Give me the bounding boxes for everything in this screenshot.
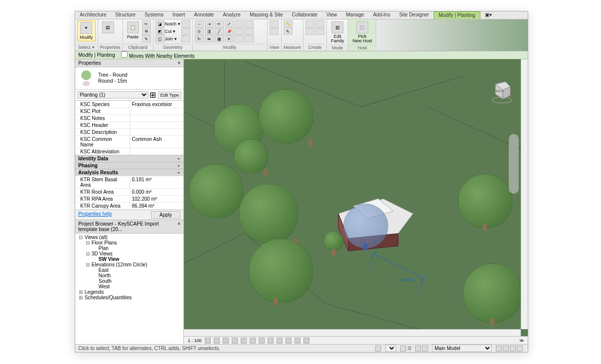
sb-worksets[interactable] xyxy=(375,346,381,352)
sb-filter-2[interactable] xyxy=(503,346,509,352)
viewcube[interactable]: BACK xyxy=(488,79,513,104)
vb-render[interactable] xyxy=(241,338,247,344)
mod-extra-1[interactable] xyxy=(235,20,244,27)
prop-row[interactable]: KSC Abbreviation xyxy=(75,148,183,155)
sb-exclude[interactable] xyxy=(400,346,406,352)
mod-extra-4[interactable] xyxy=(245,20,254,27)
properties-grid[interactable]: KSC SpeciesFraxinus excelsiorKSC PlotKSC… xyxy=(75,101,183,210)
tab-manage[interactable]: Manage xyxy=(341,11,368,19)
tab-analyze[interactable]: Analyze xyxy=(218,11,245,19)
tab-modify-planting[interactable]: Modify | Planting xyxy=(434,11,480,19)
rotate-button[interactable]: ↻ xyxy=(195,35,204,42)
navigation-bar[interactable] xyxy=(509,134,519,194)
tree-node[interactable]: ⊞ Schedules/Quantities xyxy=(76,295,182,300)
vb-crop[interactable] xyxy=(250,338,256,344)
prop-group-header[interactable]: Phasing⌄ xyxy=(75,162,183,169)
viewport-scrollbar-h[interactable] xyxy=(184,329,521,336)
tree-node[interactable]: ⊟ Elevations (12mm Circle) xyxy=(76,262,182,267)
vb-lock[interactable] xyxy=(268,338,274,344)
sb-filter-4[interactable] xyxy=(517,346,523,352)
trim-button[interactable]: ✂ xyxy=(215,20,224,27)
create-btn-3[interactable] xyxy=(315,20,324,27)
mod-extra-3[interactable] xyxy=(235,35,244,42)
measure-btn-2[interactable]: ✎ xyxy=(284,28,293,35)
tab-annotate[interactable]: Annotate xyxy=(189,11,218,19)
dimension-value[interactable]: 11000.0 xyxy=(398,277,415,282)
viewport-scrollbar-v[interactable] xyxy=(521,59,528,329)
tree-node[interactable]: West xyxy=(76,284,182,289)
geom-extra-1[interactable] xyxy=(181,20,190,27)
properties-button[interactable]: ▤ xyxy=(100,20,116,35)
edit-family-button[interactable]: ▥ Edit Family xyxy=(329,20,346,44)
tab-view[interactable]: View xyxy=(322,11,342,19)
prop-row[interactable]: KSC Notes xyxy=(75,115,183,121)
prop-row[interactable]: KTR Root Area0.000 m² xyxy=(75,188,183,195)
pick-new-host-button[interactable]: ⬚ Pick New Host xyxy=(350,20,374,44)
prop-group-header[interactable]: Analysis Results⌄ xyxy=(75,169,183,176)
mirror-button[interactable]: ⇋ xyxy=(205,35,214,42)
modify-button[interactable]: ✦ Modify xyxy=(77,20,96,41)
sb-editable[interactable] xyxy=(415,346,421,352)
tree-node[interactable]: North xyxy=(76,273,182,278)
scale-button[interactable]: ⤢ xyxy=(225,20,234,27)
tab-addins[interactable]: Add-Ins xyxy=(368,11,394,19)
create-btn-4[interactable] xyxy=(315,28,324,35)
cut-geom-button[interactable]: ◩ xyxy=(155,28,164,35)
tree-node[interactable]: ⊟ 3D Views xyxy=(76,251,182,256)
tree-node[interactable]: South xyxy=(76,278,182,284)
vb-visual[interactable] xyxy=(214,338,220,344)
tree-node[interactable]: East xyxy=(76,267,182,273)
properties-help-link[interactable]: Properties help xyxy=(78,211,112,219)
vb-shadow[interactable] xyxy=(232,338,238,344)
tree-node[interactable]: SW View xyxy=(76,256,182,262)
tree-node[interactable]: Plan xyxy=(76,245,182,251)
sb-filter-3[interactable] xyxy=(510,346,516,352)
vb-detail[interactable] xyxy=(205,338,211,344)
3d-canvas[interactable]: — ▢ × xyxy=(184,59,528,336)
delete-button[interactable]: ✕ xyxy=(225,35,234,42)
vb-analytical[interactable] xyxy=(295,338,300,344)
copy-button[interactable]: ⧉ xyxy=(142,28,151,35)
prop-row[interactable]: KSC SpeciesFraxinus excelsior xyxy=(75,101,183,108)
prop-row[interactable]: KTR RPA Area102.200 m² xyxy=(75,195,183,202)
mod-extra-5[interactable] xyxy=(245,28,254,35)
vb-reveal[interactable] xyxy=(286,338,292,344)
view-btn-2[interactable] xyxy=(270,28,279,35)
join-button[interactable]: ◫ xyxy=(155,35,164,42)
pin-button[interactable]: 📌 xyxy=(225,28,234,35)
prop-row[interactable]: KSC Plot xyxy=(75,108,183,115)
vb-temp[interactable] xyxy=(277,338,283,344)
project-browser-close[interactable]: × xyxy=(177,221,180,232)
paste-button[interactable]: 📋 Paste xyxy=(125,20,141,40)
apply-button[interactable]: Apply xyxy=(151,211,180,219)
tab-architecture[interactable]: Architecture xyxy=(75,11,111,19)
view-btn-1[interactable] xyxy=(270,20,279,27)
create-btn-1[interactable] xyxy=(305,20,314,27)
prop-group-header[interactable]: Identity Data⌄ xyxy=(75,155,183,162)
tab-insert[interactable]: Insert xyxy=(168,11,189,19)
sb-design-options[interactable] xyxy=(385,345,396,352)
sb-model-select[interactable]: Main Model xyxy=(432,345,492,352)
create-btn-2[interactable] xyxy=(305,28,314,35)
sb-editable2[interactable] xyxy=(422,346,428,352)
vb-crop2[interactable] xyxy=(259,338,265,344)
vb-constraints[interactable] xyxy=(303,338,309,344)
category-filter[interactable]: Planting (1) xyxy=(77,91,149,99)
prop-row[interactable]: KSC Description xyxy=(75,128,183,135)
copy-mod-button[interactable]: ⊙ xyxy=(195,28,204,35)
notch-button[interactable]: ◪ xyxy=(155,20,164,27)
measure-btn-1[interactable]: 📏 xyxy=(284,20,293,27)
vb-arrow[interactable]: ≫ xyxy=(519,338,524,343)
cut-button[interactable]: ✂ xyxy=(142,20,151,27)
edit-type-button[interactable]: Edit Type xyxy=(158,92,181,99)
properties-close[interactable]: × xyxy=(177,60,180,66)
selected-tree[interactable] xyxy=(343,204,388,248)
vb-sun[interactable] xyxy=(223,338,229,344)
tab-systems[interactable]: Systems xyxy=(140,11,168,19)
scale-display[interactable]: 1 : 100 xyxy=(188,338,202,343)
mod-extra-2[interactable] xyxy=(235,28,244,35)
tree-node[interactable]: ⊟ Floor Plans xyxy=(76,240,182,245)
type-selector[interactable]: Tree - Round Round - 15m xyxy=(75,67,183,89)
tab-collaborate[interactable]: Collaborate xyxy=(288,11,322,19)
prop-row[interactable]: KTR Canopy Area86.394 m² xyxy=(75,202,183,209)
